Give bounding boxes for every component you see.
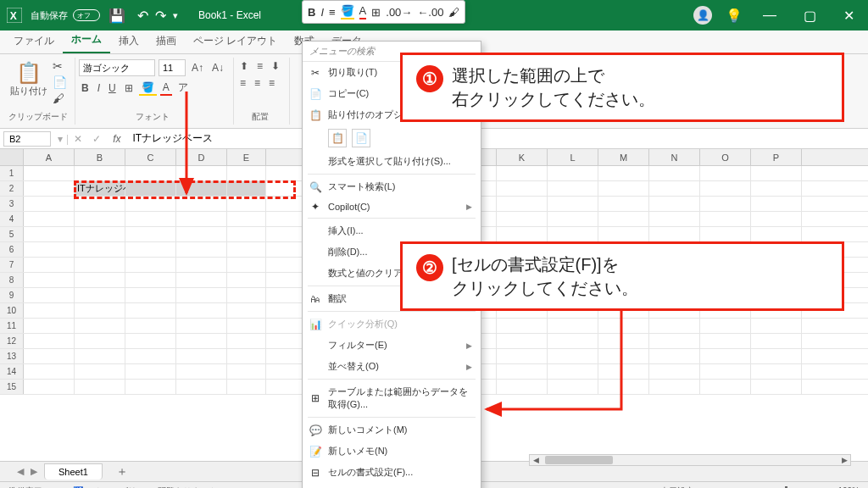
cell[interactable] bbox=[700, 212, 751, 226]
cell[interactable] bbox=[700, 334, 751, 348]
cell[interactable] bbox=[125, 319, 176, 333]
scroll-left-icon[interactable]: ◀ bbox=[530, 456, 542, 464]
col-header[interactable]: A bbox=[24, 149, 75, 165]
cell[interactable] bbox=[598, 349, 649, 363]
col-header[interactable]: D bbox=[176, 149, 227, 165]
cell[interactable] bbox=[598, 380, 649, 394]
cell[interactable] bbox=[227, 212, 266, 226]
cell[interactable] bbox=[751, 380, 802, 394]
cell[interactable] bbox=[176, 197, 227, 211]
underline-button[interactable]: U bbox=[106, 81, 119, 95]
cell[interactable] bbox=[548, 166, 598, 180]
bold-button[interactable]: B bbox=[79, 81, 92, 95]
cell[interactable] bbox=[75, 303, 125, 318]
formula-input[interactable]: ITナレッジベース bbox=[127, 130, 868, 147]
cell[interactable] bbox=[227, 334, 266, 348]
col-header[interactable]: M bbox=[598, 149, 649, 165]
ctx-smart-search[interactable]: 🔍スマート検索(L) bbox=[303, 176, 481, 197]
cell[interactable] bbox=[497, 212, 548, 226]
cell[interactable] bbox=[751, 334, 802, 348]
cell[interactable] bbox=[751, 166, 802, 180]
row-header[interactable]: 7 bbox=[0, 258, 24, 272]
cell[interactable] bbox=[649, 364, 700, 379]
cell[interactable] bbox=[700, 197, 751, 211]
cell[interactable] bbox=[649, 319, 700, 333]
align-middle-icon[interactable]: ≡ bbox=[254, 59, 265, 73]
minimize-button[interactable]: — bbox=[756, 8, 783, 23]
cell[interactable] bbox=[75, 197, 125, 211]
cell[interactable] bbox=[497, 349, 548, 363]
cell[interactable] bbox=[75, 166, 125, 180]
ctx-new-comment[interactable]: 💬新しいコメント(M) bbox=[303, 419, 481, 441]
cell[interactable] bbox=[227, 303, 266, 318]
cell[interactable] bbox=[649, 380, 700, 394]
cell[interactable] bbox=[176, 303, 227, 318]
cell[interactable] bbox=[24, 303, 75, 318]
phonetic-button[interactable]: ア bbox=[175, 80, 191, 96]
scroll-right-icon[interactable]: ▶ bbox=[838, 456, 850, 464]
paste-button[interactable]: 📋 貼り付け bbox=[8, 59, 49, 99]
cell[interactable] bbox=[125, 303, 176, 318]
col-header[interactable]: O bbox=[700, 149, 751, 165]
cell[interactable] bbox=[24, 181, 75, 196]
col-header[interactable]: B bbox=[75, 149, 125, 165]
cell[interactable] bbox=[598, 197, 649, 211]
cell[interactable] bbox=[125, 166, 176, 180]
cell[interactable] bbox=[598, 181, 649, 196]
cell[interactable] bbox=[24, 242, 75, 257]
increase-font-icon[interactable]: A↑ bbox=[189, 61, 206, 75]
cell[interactable] bbox=[125, 380, 176, 394]
cell[interactable] bbox=[548, 212, 598, 226]
cell[interactable] bbox=[227, 258, 266, 272]
cell[interactable] bbox=[125, 227, 176, 241]
cell[interactable] bbox=[751, 364, 802, 379]
paste-option-values[interactable]: 📄 bbox=[352, 129, 370, 147]
cell[interactable] bbox=[75, 288, 125, 302]
cell[interactable] bbox=[125, 181, 176, 196]
cell[interactable] bbox=[227, 349, 266, 363]
row-header[interactable]: 15 bbox=[0, 380, 24, 394]
cell[interactable] bbox=[598, 212, 649, 226]
ctx-new-note[interactable]: 📝新しいメモ(N) bbox=[303, 441, 481, 462]
align-top-icon[interactable]: ⬆ bbox=[237, 59, 251, 73]
cell[interactable] bbox=[75, 258, 125, 272]
close-button[interactable]: ✕ bbox=[837, 8, 861, 24]
cell[interactable] bbox=[598, 334, 649, 348]
cell[interactable] bbox=[497, 380, 548, 394]
cell[interactable] bbox=[75, 273, 125, 287]
cell[interactable] bbox=[700, 364, 751, 379]
cell[interactable] bbox=[497, 364, 548, 379]
cell[interactable] bbox=[125, 288, 176, 302]
col-header[interactable]: C bbox=[125, 149, 176, 165]
ctx-copilot[interactable]: ✦Copilot(C)▶ bbox=[303, 197, 481, 216]
cell[interactable] bbox=[176, 258, 227, 272]
cell[interactable] bbox=[227, 273, 266, 287]
cell[interactable] bbox=[227, 197, 266, 211]
cell[interactable] bbox=[176, 273, 227, 287]
name-box[interactable] bbox=[3, 131, 51, 147]
cell[interactable] bbox=[24, 197, 75, 211]
cell[interactable] bbox=[176, 380, 227, 394]
cancel-formula-icon[interactable]: ✕ bbox=[69, 133, 87, 145]
cell[interactable] bbox=[548, 380, 598, 394]
cell[interactable] bbox=[24, 334, 75, 348]
cell[interactable] bbox=[497, 227, 548, 241]
paste-option-default[interactable]: 📋 bbox=[328, 129, 347, 147]
cell[interactable] bbox=[125, 197, 176, 211]
cell[interactable] bbox=[548, 227, 598, 241]
scroll-tabs-left[interactable]: ◀ bbox=[17, 466, 24, 477]
cell[interactable] bbox=[751, 227, 802, 241]
align-bottom-icon[interactable]: ⬇ bbox=[269, 59, 282, 73]
cell[interactable] bbox=[24, 273, 75, 287]
cell[interactable] bbox=[700, 181, 751, 196]
italic-button[interactable]: I bbox=[95, 81, 103, 95]
decrease-font-icon[interactable]: A↓ bbox=[209, 61, 226, 75]
cell[interactable] bbox=[176, 181, 227, 196]
row-header[interactable]: 12 bbox=[0, 334, 24, 348]
add-sheet-button[interactable]: ＋ bbox=[109, 464, 135, 480]
scrollbar-thumb[interactable] bbox=[545, 456, 613, 464]
mini-decimal-dec[interactable]: ←.00 bbox=[417, 6, 443, 19]
cell[interactable] bbox=[176, 212, 227, 226]
cut-icon[interactable]: ✂ bbox=[53, 59, 67, 73]
cell[interactable] bbox=[227, 166, 266, 180]
